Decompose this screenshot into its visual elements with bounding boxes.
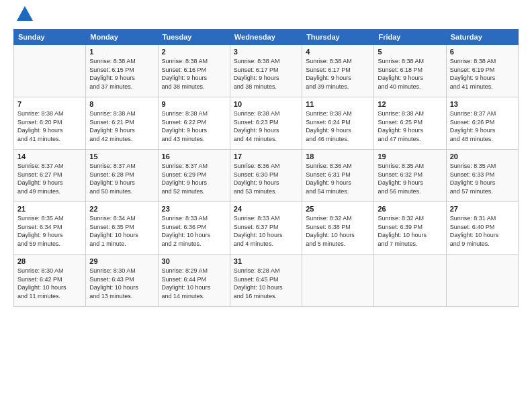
day-detail: Sunrise: 8:31 AMSunset: 6:40 PMDaylight:… — [450, 214, 515, 248]
cell-w1-d5: 4Sunrise: 8:38 AMSunset: 6:17 PMDaylight… — [302, 45, 374, 97]
day-detail: Sunrise: 8:28 AMSunset: 6:45 PMDaylight:… — [234, 267, 298, 300]
day-number: 26 — [378, 205, 442, 213]
cell-w3-d1: 14Sunrise: 8:37 AMSunset: 6:27 PMDayligh… — [14, 150, 86, 202]
day-detail: Sunrise: 8:38 AMSunset: 6:17 PMDaylight:… — [234, 57, 298, 91]
day-detail: Sunrise: 8:36 AMSunset: 6:31 PMDaylight:… — [306, 162, 370, 195]
day-detail: Sunrise: 8:37 AMSunset: 6:29 PMDaylight:… — [162, 162, 226, 195]
day-detail: Sunrise: 8:38 AMSunset: 6:16 PMDaylight:… — [162, 57, 226, 91]
day-detail: Sunrise: 8:35 AMSunset: 6:34 PMDaylight:… — [17, 214, 82, 248]
header — [13, 10, 519, 24]
day-number: 31 — [234, 257, 298, 265]
day-number: 25 — [306, 205, 370, 213]
day-detail: Sunrise: 8:32 AMSunset: 6:38 PMDaylight:… — [306, 214, 370, 248]
col-header-tuesday: Tuesday — [158, 30, 230, 45]
col-header-monday: Monday — [86, 30, 158, 45]
day-detail: Sunrise: 8:38 AMSunset: 6:25 PMDaylight:… — [378, 109, 442, 143]
logo — [13, 10, 34, 24]
day-detail: Sunrise: 8:38 AMSunset: 6:15 PMDaylight:… — [89, 57, 154, 91]
day-detail: Sunrise: 8:30 AMSunset: 6:43 PMDaylight:… — [89, 267, 154, 300]
day-number: 2 — [162, 48, 226, 56]
day-number: 22 — [89, 205, 154, 213]
col-header-saturday: Saturday — [446, 30, 518, 45]
week-row-1: 1Sunrise: 8:38 AMSunset: 6:15 PMDaylight… — [14, 45, 519, 97]
day-detail: Sunrise: 8:33 AMSunset: 6:36 PMDaylight:… — [162, 214, 226, 248]
cell-w4-d7: 27Sunrise: 8:31 AMSunset: 6:40 PMDayligh… — [446, 202, 518, 255]
cell-w1-d4: 3Sunrise: 8:38 AMSunset: 6:17 PMDaylight… — [230, 45, 302, 97]
cell-w2-d7: 13Sunrise: 8:37 AMSunset: 6:26 PMDayligh… — [446, 97, 518, 150]
day-number: 13 — [450, 100, 515, 108]
day-detail: Sunrise: 8:33 AMSunset: 6:37 PMDaylight:… — [234, 214, 298, 248]
day-number: 30 — [162, 257, 226, 265]
day-number: 11 — [306, 100, 370, 108]
cell-w2-d5: 11Sunrise: 8:38 AMSunset: 6:24 PMDayligh… — [302, 97, 374, 150]
cell-w5-d5 — [302, 255, 374, 307]
day-number: 18 — [306, 152, 370, 161]
day-number: 7 — [17, 100, 82, 108]
cell-w3-d4: 17Sunrise: 8:36 AMSunset: 6:30 PMDayligh… — [230, 150, 302, 202]
day-detail: Sunrise: 8:37 AMSunset: 6:28 PMDaylight:… — [89, 162, 154, 195]
day-number: 5 — [378, 48, 442, 56]
col-header-sunday: Sunday — [14, 30, 86, 45]
week-row-2: 7Sunrise: 8:38 AMSunset: 6:20 PMDaylight… — [14, 97, 519, 150]
cell-w1-d7: 6Sunrise: 8:38 AMSunset: 6:19 PMDaylight… — [446, 45, 518, 97]
cell-w3-d5: 18Sunrise: 8:36 AMSunset: 6:31 PMDayligh… — [302, 150, 374, 202]
day-number: 19 — [378, 152, 442, 161]
header-row: SundayMondayTuesdayWednesdayThursdayFrid… — [14, 30, 519, 45]
day-number: 15 — [89, 152, 154, 161]
logo-block — [13, 10, 34, 24]
day-detail: Sunrise: 8:29 AMSunset: 6:44 PMDaylight:… — [162, 267, 226, 300]
cell-w5-d3: 30Sunrise: 8:29 AMSunset: 6:44 PMDayligh… — [158, 255, 230, 307]
day-number: 24 — [234, 205, 298, 213]
cell-w4-d4: 24Sunrise: 8:33 AMSunset: 6:37 PMDayligh… — [230, 202, 302, 255]
cell-w4-d5: 25Sunrise: 8:32 AMSunset: 6:38 PMDayligh… — [302, 202, 374, 255]
day-detail: Sunrise: 8:38 AMSunset: 6:23 PMDaylight:… — [234, 109, 298, 143]
day-detail: Sunrise: 8:37 AMSunset: 6:27 PMDaylight:… — [17, 162, 82, 195]
cell-w1-d1 — [14, 45, 86, 97]
cell-w3-d2: 15Sunrise: 8:37 AMSunset: 6:28 PMDayligh… — [86, 150, 158, 202]
cell-w5-d7 — [446, 255, 518, 307]
day-number: 20 — [450, 152, 515, 161]
cell-w5-d1: 28Sunrise: 8:30 AMSunset: 6:42 PMDayligh… — [14, 255, 86, 307]
calendar-table: SundayMondayTuesdayWednesdayThursdayFrid… — [13, 29, 519, 307]
col-header-thursday: Thursday — [302, 30, 374, 45]
day-number: 23 — [162, 205, 226, 213]
day-detail: Sunrise: 8:36 AMSunset: 6:30 PMDaylight:… — [234, 162, 298, 195]
day-detail: Sunrise: 8:34 AMSunset: 6:35 PMDaylight:… — [89, 214, 154, 248]
cell-w5-d6 — [374, 255, 446, 307]
cell-w4-d3: 23Sunrise: 8:33 AMSunset: 6:36 PMDayligh… — [158, 202, 230, 255]
day-detail: Sunrise: 8:38 AMSunset: 6:24 PMDaylight:… — [306, 109, 370, 143]
day-detail: Sunrise: 8:38 AMSunset: 6:17 PMDaylight:… — [306, 57, 370, 91]
day-number: 3 — [234, 48, 298, 56]
day-number: 21 — [17, 205, 82, 213]
day-number: 16 — [162, 152, 226, 161]
cell-w4-d2: 22Sunrise: 8:34 AMSunset: 6:35 PMDayligh… — [86, 202, 158, 255]
cell-w1-d6: 5Sunrise: 8:38 AMSunset: 6:18 PMDaylight… — [374, 45, 446, 97]
logo-icon — [15, 5, 34, 24]
day-number: 6 — [450, 48, 515, 56]
day-number: 29 — [89, 257, 154, 265]
day-detail: Sunrise: 8:32 AMSunset: 6:39 PMDaylight:… — [378, 214, 442, 248]
day-number: 1 — [89, 48, 154, 56]
day-detail: Sunrise: 8:38 AMSunset: 6:18 PMDaylight:… — [378, 57, 442, 91]
day-detail: Sunrise: 8:35 AMSunset: 6:32 PMDaylight:… — [378, 162, 442, 195]
day-detail: Sunrise: 8:30 AMSunset: 6:42 PMDaylight:… — [17, 267, 82, 300]
cell-w5-d4: 31Sunrise: 8:28 AMSunset: 6:45 PMDayligh… — [230, 255, 302, 307]
day-number: 12 — [378, 100, 442, 108]
cell-w5-d2: 29Sunrise: 8:30 AMSunset: 6:43 PMDayligh… — [86, 255, 158, 307]
cell-w3-d7: 20Sunrise: 8:35 AMSunset: 6:33 PMDayligh… — [446, 150, 518, 202]
week-row-4: 21Sunrise: 8:35 AMSunset: 6:34 PMDayligh… — [14, 202, 519, 255]
day-detail: Sunrise: 8:37 AMSunset: 6:26 PMDaylight:… — [450, 109, 515, 143]
col-header-wednesday: Wednesday — [230, 30, 302, 45]
cell-w1-d2: 1Sunrise: 8:38 AMSunset: 6:15 PMDaylight… — [86, 45, 158, 97]
day-number: 14 — [17, 152, 82, 161]
page: SundayMondayTuesdayWednesdayThursdayFrid… — [0, 0, 532, 411]
day-detail: Sunrise: 8:35 AMSunset: 6:33 PMDaylight:… — [450, 162, 515, 195]
week-row-5: 28Sunrise: 8:30 AMSunset: 6:42 PMDayligh… — [14, 255, 519, 307]
svg-marker-0 — [17, 6, 33, 21]
cell-w2-d1: 7Sunrise: 8:38 AMSunset: 6:20 PMDaylight… — [14, 97, 86, 150]
day-detail: Sunrise: 8:38 AMSunset: 6:19 PMDaylight:… — [450, 57, 515, 91]
cell-w1-d3: 2Sunrise: 8:38 AMSunset: 6:16 PMDaylight… — [158, 45, 230, 97]
day-number: 27 — [450, 205, 515, 213]
day-number: 28 — [17, 257, 82, 265]
day-detail: Sunrise: 8:38 AMSunset: 6:21 PMDaylight:… — [89, 109, 154, 143]
